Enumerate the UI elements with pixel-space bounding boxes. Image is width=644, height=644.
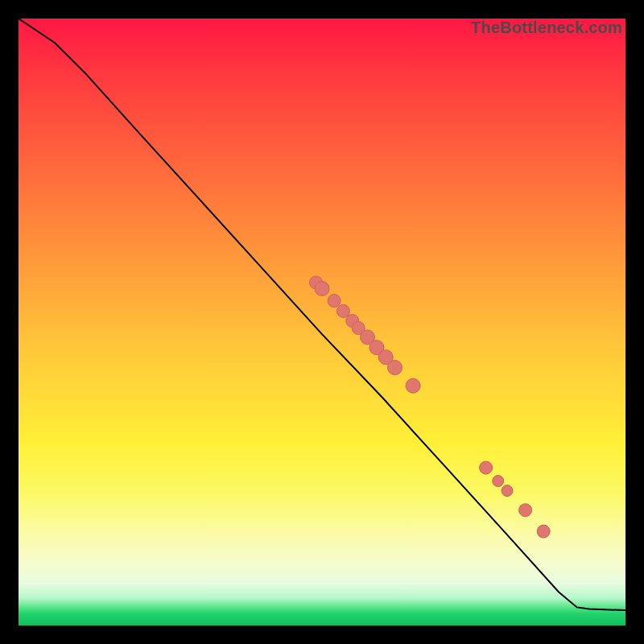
data-point (480, 461, 493, 474)
data-points-group (310, 276, 551, 538)
plot-area: TheBottleneck.com (19, 19, 625, 625)
data-point (336, 304, 349, 317)
data-point (406, 378, 420, 393)
data-point (502, 485, 513, 497)
data-point (519, 504, 532, 517)
data-point (328, 295, 341, 308)
data-point (388, 361, 402, 375)
chart-stage: TheBottleneck.com (0, 0, 644, 644)
data-line (19, 19, 625, 610)
data-point (315, 282, 329, 296)
data-point (493, 476, 504, 487)
data-point (537, 525, 550, 538)
chart-svg (19, 19, 625, 625)
